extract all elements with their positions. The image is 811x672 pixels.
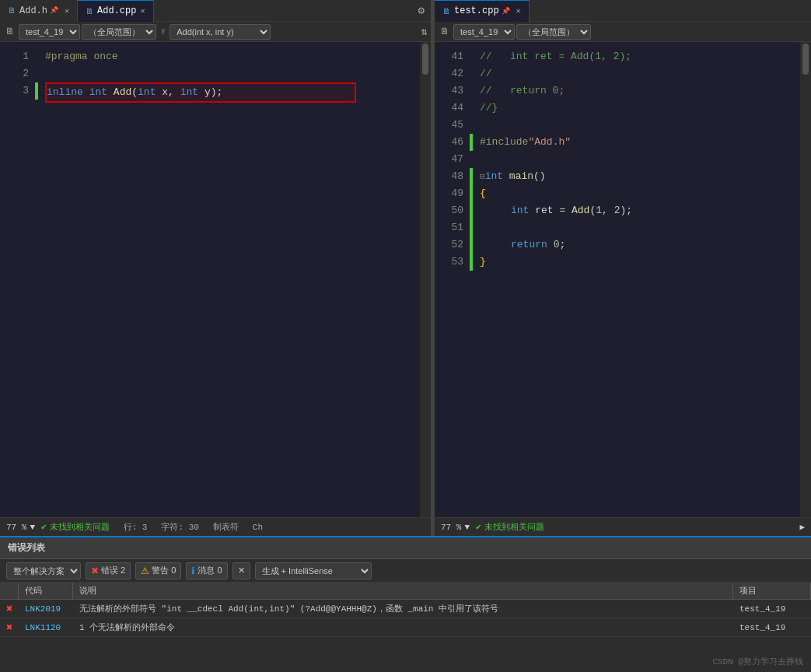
tab-test-cpp-close[interactable]: ✕ <box>516 6 521 16</box>
clear-button[interactable]: ✕ <box>232 562 250 579</box>
warnings-button[interactable]: ⚠ 警告 0 <box>135 562 181 579</box>
watermark: CSDN @努力学习去挣钱 <box>712 656 803 667</box>
left-code-content[interactable]: #pragma once inline int Add(int x, int y… <box>39 42 420 517</box>
left-ok-icon: ✔ <box>41 522 47 532</box>
left-zoom-caret: ▼ <box>30 523 35 532</box>
tab-add-cpp-close[interactable]: ✕ <box>140 6 145 16</box>
file-icon-2: 🗎 <box>86 6 94 16</box>
messages-label: 消息 0 <box>198 565 222 576</box>
rln-41: 41 <box>435 48 463 65</box>
code-line-3: inline int Add(int x, int y); <box>47 84 355 101</box>
right-status-bar: 77 % ▼ ✔ 未找到相关问题 ▶ <box>435 517 811 536</box>
left-line-numbers: 1 2 3 <box>0 42 35 517</box>
settings-icon[interactable]: ⚙ <box>412 4 431 17</box>
rln-43: 43 <box>435 82 463 100</box>
tab-test-cpp[interactable]: 🗎 test.cpp 📌 ✕ <box>435 0 530 22</box>
rln-42: 42 <box>435 65 463 82</box>
left-scope-select-1[interactable]: test_4_19 <box>19 24 80 40</box>
left-status-bar: 77 % ▼ ✔ 未找到相关问题 行: 3 字符: 30 制表符 Ch <box>0 517 431 536</box>
rcode-46: #include"Add.h" <box>480 134 800 151</box>
rln-46: 46 <box>435 134 463 151</box>
code-line-3-wrapper: inline int Add(int x, int y); <box>45 82 356 103</box>
tab-add-h-close[interactable]: ✕ <box>65 6 69 16</box>
errors-button[interactable]: ✖ 错误 2 <box>86 562 131 579</box>
right-scope-select-1[interactable]: test_4_19 <box>453 24 515 40</box>
left-fmt-info: 制表符 <box>213 521 239 533</box>
clear-icon: ✕ <box>238 565 245 576</box>
code-line-1: #pragma once <box>45 48 420 65</box>
left-tab-bar: 🗎 Add.h 📌 ✕ 🗎 Add.cpp ✕ ⚙ <box>0 0 431 22</box>
col-code: 代码 <box>19 583 73 599</box>
left-row-info: 行: 3 <box>124 521 148 533</box>
err-proj-0: test_4_19 <box>733 604 811 614</box>
right-scroll-arrow[interactable]: ▶ <box>799 522 805 532</box>
error-panel-toolbar: 整个解决方案 ✖ 错误 2 ⚠ 警告 0 ℹ 消息 0 ✕ 生成 + Intel… <box>0 559 811 583</box>
editor-area: 🗎 Add.h 📌 ✕ 🗎 Add.cpp ✕ ⚙ 🗎 test_4_19 （全… <box>0 0 811 536</box>
err-code-1: LNK1120 <box>19 623 73 632</box>
right-scrollbar-thumb[interactable] <box>802 44 809 75</box>
col-desc: 说明 <box>73 583 733 599</box>
messages-button[interactable]: ℹ 消息 0 <box>186 562 227 579</box>
error-panel: 错误列表 整个解决方案 ✖ 错误 2 ⚠ 警告 0 ℹ 消息 0 ✕ 生成 + … <box>0 536 811 672</box>
errors-label: 错误 2 <box>101 565 125 576</box>
error-table: 代码 说明 项目 ✖ LNK2019 无法解析的外部符号 "int __cdec… <box>0 583 811 672</box>
rln-47: 47 <box>435 151 463 168</box>
tab-add-cpp[interactable]: 🗎 Add.cpp ✕ <box>78 0 153 22</box>
warnings-label: 警告 0 <box>152 565 176 576</box>
left-enc-info: Ch <box>253 523 263 532</box>
rcode-43: // return 0; <box>480 82 800 100</box>
build-select[interactable]: 生成 + IntelliSense <box>255 562 372 579</box>
error-table-header: 代码 说明 项目 <box>0 583 811 600</box>
left-scrollbar-thumb[interactable] <box>422 44 428 75</box>
error-panel-header: 错误列表 <box>0 537 811 559</box>
left-scrollbar[interactable] <box>420 42 431 517</box>
left-code-editor: 1 2 3 #pragma once <box>0 42 431 517</box>
tab-add-h[interactable]: 🗎 Add.h 📌 ✕ <box>0 0 78 22</box>
scope-select[interactable]: 整个解决方案 <box>6 562 81 579</box>
rln-52: 52 <box>435 236 463 254</box>
right-code-content[interactable]: // int ret = Add(1, 2); // // return 0; … <box>474 42 800 517</box>
rln-50: 50 <box>435 202 463 219</box>
right-ok-icon: ✔ <box>476 522 481 532</box>
file-icon: 🗎 <box>8 5 16 16</box>
tab-add-cpp-label: Add.cpp <box>97 5 136 16</box>
right-toolbar: 🗎 test_4_19 （全局范围） <box>435 22 811 42</box>
file-icon-3: 🗎 <box>442 6 451 16</box>
left-scope-select-2[interactable]: （全局范围） <box>82 24 156 40</box>
right-zoom[interactable]: 77 % ▼ <box>441 523 470 532</box>
right-scope-select-2[interactable]: （全局范围） <box>516 24 591 40</box>
rln-49: 49 <box>435 185 463 202</box>
col-icon <box>0 583 19 599</box>
left-function-select[interactable]: Add(int x, int y) <box>170 24 271 40</box>
left-ok-text: 未找到相关问题 <box>50 521 110 533</box>
rcode-45 <box>480 117 800 134</box>
warning-icon: ⚠ <box>141 565 149 576</box>
right-line-numbers: 41 42 43 44 45 46 47 48 49 50 51 52 53 <box>435 42 470 517</box>
rcode-48: ⊟int main() <box>480 168 800 185</box>
right-zoom-caret: ▼ <box>464 523 470 532</box>
right-ok-text: 未找到相关问题 <box>484 521 544 533</box>
rln-44: 44 <box>435 100 463 117</box>
rcode-41: // int ret = Add(1, 2); <box>480 48 800 65</box>
error-row-1[interactable]: ✖ LNK1120 1 个无法解析的外部命令 test_4_19 <box>0 618 811 637</box>
rln-48: 48 <box>435 168 463 185</box>
right-scrollbar[interactable] <box>800 42 811 517</box>
col-proj: 项目 <box>733 583 811 599</box>
scroll-icon[interactable]: ⇅ <box>421 25 428 38</box>
rcode-52: return 0; <box>480 236 800 254</box>
left-zoom[interactable]: 77 % ▼ <box>6 523 35 532</box>
right-zoom-value: 77 % <box>441 523 461 532</box>
rcode-53: } <box>480 254 800 271</box>
left-pane: 🗎 Add.h 📌 ✕ 🗎 Add.cpp ✕ ⚙ 🗎 test_4_19 （全… <box>0 0 432 536</box>
line-num-1: 1 <box>0 48 29 65</box>
file-small-icon: 🗎 <box>3 26 17 37</box>
file-small-icon-2: 🗎 <box>438 26 452 37</box>
right-code-editor: 41 42 43 44 45 46 47 48 49 50 51 52 53 <box>435 42 811 517</box>
err-desc-0: 无法解析的外部符号 "int __cdecl Add(int,int)" (?A… <box>73 603 733 614</box>
line-num-3: 3 <box>0 82 29 100</box>
right-pane: 🗎 test.cpp 📌 ✕ 🗎 test_4_19 （全局范围） 41 42 … <box>435 0 811 536</box>
rcode-49: { <box>480 185 800 202</box>
rcode-47 <box>480 151 800 168</box>
error-row-0[interactable]: ✖ LNK2019 无法解析的外部符号 "int __cdecl Add(int… <box>0 600 811 618</box>
tab-add-h-label: Add.h <box>19 5 47 16</box>
